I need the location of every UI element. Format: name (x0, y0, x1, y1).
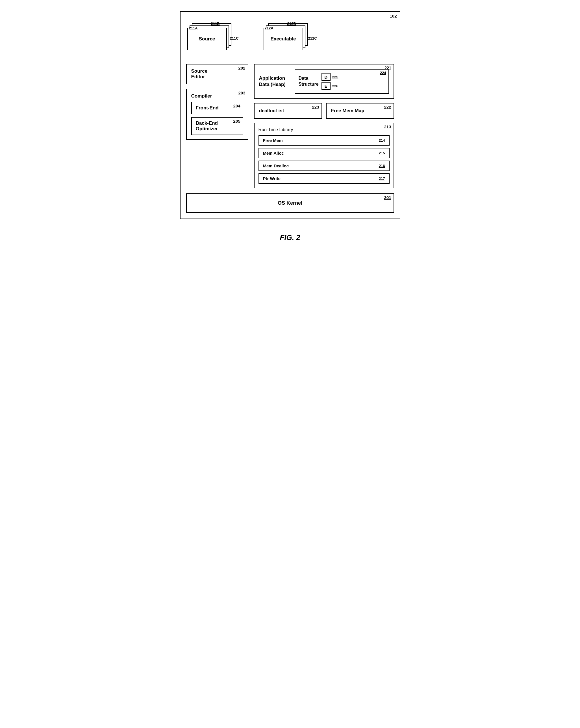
d-row: D 225 (322, 73, 338, 81)
ref-202: 202 (238, 66, 245, 70)
ref-102: 102 (390, 14, 397, 18)
frontend-box: 204 Front-End (191, 102, 243, 114)
ref-211a: 211A (189, 26, 198, 30)
ref-211c: 211C (230, 36, 239, 41)
runtime-box: 213 Run-Time Library Free Mem 214 Mem Al… (254, 123, 394, 188)
executable-label: Executable (271, 36, 296, 42)
compiler-box: 203 Compiler 204 Front-End 205 Back-End … (186, 89, 248, 140)
dealloc-box: 223 deallocList (254, 103, 322, 119)
ref-212a: 212A (265, 26, 274, 30)
backend-title: Back-End Optimizer (196, 121, 239, 132)
ref-212b: 212B (287, 22, 296, 26)
mem-alloc-label: Mem Alloc (263, 151, 284, 156)
compiler-title: Compiler (191, 93, 243, 99)
frontend-title: Front-End (196, 105, 239, 111)
exec-file-front: Executable (264, 28, 303, 50)
ref-226: 226 (332, 84, 338, 88)
e-box: E (322, 82, 331, 90)
d-box: D (322, 73, 331, 81)
e-row: E 226 (322, 82, 338, 90)
free-mem-label: Free Mem (263, 138, 283, 143)
source-file-front: Source (187, 28, 227, 50)
dealloc-title: deallocList (259, 108, 317, 114)
top-row: Source 211A 211B 211C Executable 212A (186, 18, 394, 57)
free-mem-map-title: Free Mem Map (331, 108, 389, 114)
ref-224: 224 (380, 71, 386, 75)
dealloc-row: 223 deallocList 222 Free Mem Map (254, 103, 394, 119)
middle-section: 202 Source Editor 203 Compiler 204 Front… (186, 64, 394, 188)
ref-222: 222 (384, 105, 391, 109)
ptr-write-label: Ptr Write (263, 176, 280, 181)
os-kernel-box: 201 OS Kernel (186, 193, 394, 213)
ref-205: 205 (233, 119, 240, 124)
ref-225: 225 (332, 75, 338, 79)
fig-caption-text: FIG. 2 (280, 233, 300, 242)
source-editor-title: Source Editor (191, 69, 243, 80)
ref-212c: 212C (308, 36, 317, 41)
mem-alloc-box: Mem Alloc 215 (258, 148, 390, 158)
executable-file-stack: Executable 212A 212B 212C (263, 23, 325, 57)
ptr-write-box: Ptr Write 217 (258, 173, 390, 184)
app-data-text: Application Data (Heap) (259, 75, 290, 88)
ref-216: 216 (379, 164, 385, 168)
right-col: 221 Application Data (Heap) 224 Data Str… (254, 64, 394, 188)
free-mem-box: Free Mem 214 (258, 135, 390, 146)
mem-dealloc-box: Mem Dealloc 216 (258, 161, 390, 171)
diagram-wrapper: 102 Source 211A 211B 211C (180, 11, 400, 242)
ref-203: 203 (238, 90, 245, 95)
source-editor-box: 202 Source Editor (186, 64, 248, 84)
ref-201: 201 (384, 195, 391, 200)
data-structure-outer: 224 Data Structure D 225 E (295, 69, 389, 94)
source-label: Source (199, 36, 215, 42)
ref-211b: 211B (211, 22, 220, 26)
ref-214: 214 (379, 138, 385, 142)
app-data-box: 221 Application Data (Heap) 224 Data Str… (254, 64, 394, 99)
runtime-title: Run-Time Library (258, 127, 390, 132)
box-102: 102 Source 211A 211B 211C (180, 11, 400, 219)
data-structure-text: Data Structure (299, 76, 319, 87)
free-mem-map-box: 222 Free Mem Map (326, 103, 394, 119)
backend-box: 205 Back-End Optimizer (191, 117, 243, 135)
ref-223: 223 (312, 105, 319, 109)
ref-215: 215 (379, 151, 385, 155)
de-section: D 225 E 226 (322, 73, 338, 90)
ref-213: 213 (384, 124, 391, 129)
source-file-stack: Source 211A 211B 211C (186, 23, 243, 57)
ref-217: 217 (379, 176, 385, 181)
os-kernel-label: OS Kernel (278, 200, 302, 206)
left-col: 202 Source Editor 203 Compiler 204 Front… (186, 64, 248, 140)
ref-204: 204 (233, 103, 240, 108)
figure-caption: FIG. 2 (180, 233, 400, 242)
mem-dealloc-label: Mem Dealloc (263, 163, 289, 168)
